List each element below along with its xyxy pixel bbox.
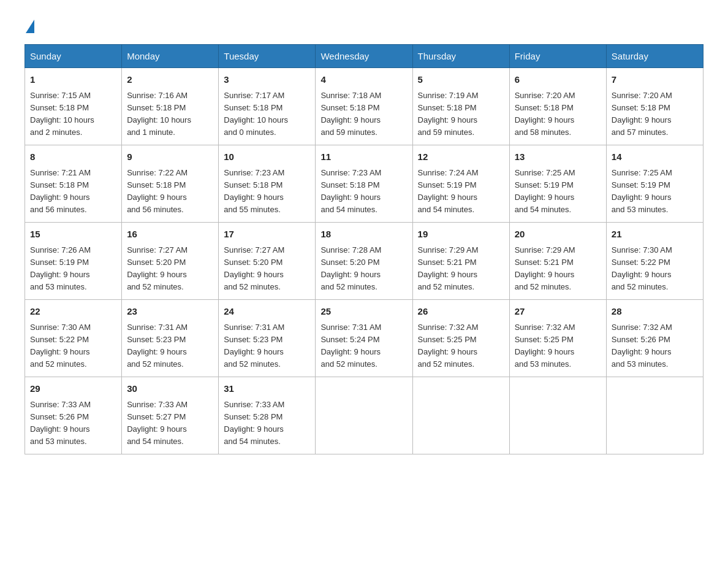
- day-info: Sunrise: 7:33 AMSunset: 5:28 PMDaylight:…: [224, 400, 284, 446]
- calendar-cell: [606, 377, 703, 454]
- calendar-cell: 8 Sunrise: 7:21 AMSunset: 5:18 PMDayligh…: [25, 145, 122, 223]
- calendar-cell: 23 Sunrise: 7:31 AMSunset: 5:23 PMDaylig…: [122, 300, 219, 377]
- day-info: Sunrise: 7:23 AMSunset: 5:18 PMDaylight:…: [320, 168, 381, 214]
- calendar-cell: 30 Sunrise: 7:33 AMSunset: 5:27 PMDaylig…: [122, 377, 219, 454]
- calendar-cell: 20 Sunrise: 7:29 AMSunset: 5:21 PMDaylig…: [509, 223, 606, 300]
- calendar-header-row: SundayMondayTuesdayWednesdayThursdayFrid…: [25, 45, 703, 68]
- day-info: Sunrise: 7:20 AMSunset: 5:18 PMDaylight:…: [612, 91, 672, 137]
- day-number: 20: [515, 228, 601, 242]
- day-info: Sunrise: 7:17 AMSunset: 5:18 PMDaylight:…: [224, 91, 288, 137]
- day-number: 17: [224, 228, 310, 242]
- calendar-cell: 19 Sunrise: 7:29 AMSunset: 5:21 PMDaylig…: [412, 223, 509, 300]
- day-number: 10: [224, 150, 310, 164]
- day-info: Sunrise: 7:30 AMSunset: 5:22 PMDaylight:…: [612, 245, 672, 291]
- calendar-cell: 31 Sunrise: 7:33 AMSunset: 5:28 PMDaylig…: [219, 377, 316, 454]
- day-info: Sunrise: 7:21 AMSunset: 5:18 PMDaylight:…: [30, 168, 91, 214]
- logo: [25, 18, 34, 32]
- day-number: 11: [320, 150, 407, 164]
- day-info: Sunrise: 7:27 AMSunset: 5:20 PMDaylight:…: [127, 245, 188, 291]
- day-number: 16: [127, 228, 213, 242]
- calendar-cell: 13 Sunrise: 7:25 AMSunset: 5:19 PMDaylig…: [509, 145, 606, 223]
- day-info: Sunrise: 7:29 AMSunset: 5:21 PMDaylight:…: [515, 245, 575, 291]
- day-number: 5: [418, 73, 504, 87]
- day-info: Sunrise: 7:19 AMSunset: 5:18 PMDaylight:…: [418, 91, 479, 137]
- day-info: Sunrise: 7:33 AMSunset: 5:26 PMDaylight:…: [30, 400, 91, 446]
- logo-triangle-icon: [26, 20, 34, 33]
- calendar-cell: 5 Sunrise: 7:19 AMSunset: 5:18 PMDayligh…: [412, 68, 509, 145]
- day-info: Sunrise: 7:30 AMSunset: 5:22 PMDaylight:…: [30, 323, 91, 369]
- day-info: Sunrise: 7:31 AMSunset: 5:23 PMDaylight:…: [224, 323, 284, 369]
- calendar-week-row: 15 Sunrise: 7:26 AMSunset: 5:19 PMDaylig…: [25, 223, 703, 300]
- day-of-week-header: Monday: [122, 45, 219, 68]
- day-info: Sunrise: 7:33 AMSunset: 5:27 PMDaylight:…: [127, 400, 188, 446]
- calendar-week-row: 29 Sunrise: 7:33 AMSunset: 5:26 PMDaylig…: [25, 377, 703, 454]
- day-number: 1: [30, 73, 116, 87]
- day-number: 29: [30, 382, 116, 396]
- calendar-cell: 4 Sunrise: 7:18 AMSunset: 5:18 PMDayligh…: [316, 68, 412, 145]
- day-number: 26: [418, 305, 504, 319]
- day-number: 12: [418, 150, 504, 164]
- calendar-cell: 18 Sunrise: 7:28 AMSunset: 5:20 PMDaylig…: [316, 223, 412, 300]
- calendar-cell: 11 Sunrise: 7:23 AMSunset: 5:18 PMDaylig…: [316, 145, 412, 223]
- day-number: 27: [515, 305, 601, 319]
- day-info: Sunrise: 7:16 AMSunset: 5:18 PMDaylight:…: [127, 91, 191, 137]
- calendar-cell: 3 Sunrise: 7:17 AMSunset: 5:18 PMDayligh…: [219, 68, 316, 145]
- calendar-cell: 16 Sunrise: 7:27 AMSunset: 5:20 PMDaylig…: [122, 223, 219, 300]
- calendar-cell: 6 Sunrise: 7:20 AMSunset: 5:18 PMDayligh…: [509, 68, 606, 145]
- day-info: Sunrise: 7:26 AMSunset: 5:19 PMDaylight:…: [30, 245, 91, 291]
- calendar-cell: 28 Sunrise: 7:32 AMSunset: 5:26 PMDaylig…: [606, 300, 703, 377]
- day-info: Sunrise: 7:29 AMSunset: 5:21 PMDaylight:…: [418, 245, 479, 291]
- calendar-cell: 27 Sunrise: 7:32 AMSunset: 5:25 PMDaylig…: [509, 300, 606, 377]
- day-info: Sunrise: 7:28 AMSunset: 5:20 PMDaylight:…: [320, 245, 381, 291]
- day-info: Sunrise: 7:31 AMSunset: 5:23 PMDaylight:…: [127, 323, 188, 369]
- day-number: 31: [224, 382, 310, 396]
- day-info: Sunrise: 7:27 AMSunset: 5:20 PMDaylight:…: [224, 245, 284, 291]
- day-number: 3: [224, 73, 310, 87]
- day-number: 2: [127, 73, 213, 87]
- day-info: Sunrise: 7:25 AMSunset: 5:19 PMDaylight:…: [515, 168, 575, 214]
- day-info: Sunrise: 7:23 AMSunset: 5:18 PMDaylight:…: [224, 168, 284, 214]
- day-number: 19: [418, 228, 504, 242]
- calendar-week-row: 22 Sunrise: 7:30 AMSunset: 5:22 PMDaylig…: [25, 300, 703, 377]
- day-number: 8: [30, 150, 116, 164]
- day-info: Sunrise: 7:24 AMSunset: 5:19 PMDaylight:…: [418, 168, 479, 214]
- day-info: Sunrise: 7:32 AMSunset: 5:26 PMDaylight:…: [612, 323, 672, 369]
- day-info: Sunrise: 7:25 AMSunset: 5:19 PMDaylight:…: [612, 168, 672, 214]
- calendar-cell: 24 Sunrise: 7:31 AMSunset: 5:23 PMDaylig…: [219, 300, 316, 377]
- calendar-cell: 9 Sunrise: 7:22 AMSunset: 5:18 PMDayligh…: [122, 145, 219, 223]
- calendar-cell: 17 Sunrise: 7:27 AMSunset: 5:20 PMDaylig…: [219, 223, 316, 300]
- calendar-cell: 1 Sunrise: 7:15 AMSunset: 5:18 PMDayligh…: [25, 68, 122, 145]
- day-of-week-header: Wednesday: [316, 45, 412, 68]
- day-of-week-header: Sunday: [25, 45, 122, 68]
- day-of-week-header: Thursday: [412, 45, 509, 68]
- day-of-week-header: Friday: [509, 45, 606, 68]
- calendar-cell: 2 Sunrise: 7:16 AMSunset: 5:18 PMDayligh…: [122, 68, 219, 145]
- day-number: 30: [127, 382, 213, 396]
- day-number: 25: [320, 305, 407, 319]
- calendar-cell: [412, 377, 509, 454]
- calendar-cell: [509, 377, 606, 454]
- day-info: Sunrise: 7:22 AMSunset: 5:18 PMDaylight:…: [127, 168, 188, 214]
- calendar-cell: 26 Sunrise: 7:32 AMSunset: 5:25 PMDaylig…: [412, 300, 509, 377]
- day-number: 7: [612, 73, 698, 87]
- calendar-cell: 15 Sunrise: 7:26 AMSunset: 5:19 PMDaylig…: [25, 223, 122, 300]
- calendar-cell: 21 Sunrise: 7:30 AMSunset: 5:22 PMDaylig…: [606, 223, 703, 300]
- calendar-cell: [316, 377, 412, 454]
- day-info: Sunrise: 7:20 AMSunset: 5:18 PMDaylight:…: [515, 91, 575, 137]
- page-header: [25, 18, 703, 32]
- day-info: Sunrise: 7:31 AMSunset: 5:24 PMDaylight:…: [320, 323, 381, 369]
- calendar-cell: 25 Sunrise: 7:31 AMSunset: 5:24 PMDaylig…: [316, 300, 412, 377]
- day-number: 14: [612, 150, 698, 164]
- day-of-week-header: Saturday: [606, 45, 703, 68]
- day-number: 6: [515, 73, 601, 87]
- calendar-cell: 7 Sunrise: 7:20 AMSunset: 5:18 PMDayligh…: [606, 68, 703, 145]
- day-number: 28: [612, 305, 698, 319]
- day-number: 9: [127, 150, 213, 164]
- day-info: Sunrise: 7:32 AMSunset: 5:25 PMDaylight:…: [418, 323, 479, 369]
- calendar-week-row: 8 Sunrise: 7:21 AMSunset: 5:18 PMDayligh…: [25, 145, 703, 223]
- day-number: 4: [320, 73, 407, 87]
- day-number: 24: [224, 305, 310, 319]
- calendar-table: SundayMondayTuesdayWednesdayThursdayFrid…: [25, 44, 703, 454]
- day-of-week-header: Tuesday: [219, 45, 316, 68]
- day-number: 15: [30, 228, 116, 242]
